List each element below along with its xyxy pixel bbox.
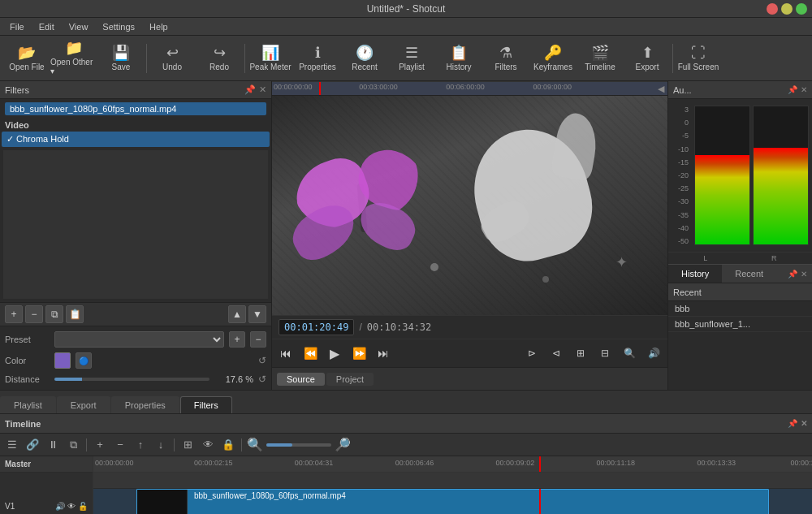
recent-item-2[interactable]: bbb_sunflower_1... bbox=[668, 317, 812, 332]
history-tab[interactable]: History bbox=[668, 265, 722, 283]
source-tab[interactable]: Source bbox=[277, 373, 325, 386]
preview-progress-bar[interactable]: 00:00:00:00 00:03:00:00 00:06:00:00 00:0… bbox=[272, 82, 667, 95]
audio-wave-icon[interactable]: 🔊 bbox=[55, 502, 65, 511]
playlist-button[interactable]: ☰ Playlist bbox=[388, 37, 435, 80]
timeline-pin-icon[interactable]: 📌 bbox=[788, 419, 797, 428]
tl-ripple-button[interactable]: ⏸ bbox=[44, 436, 62, 454]
preset-remove-button[interactable]: − bbox=[250, 331, 266, 348]
tab-properties[interactable]: Properties bbox=[111, 396, 179, 413]
add-filter-button[interactable]: + bbox=[5, 305, 23, 323]
menu-help[interactable]: Help bbox=[143, 20, 175, 33]
tl-lift-button[interactable]: ↑ bbox=[132, 436, 149, 454]
recent-button[interactable]: 🕐 Recent bbox=[341, 37, 388, 80]
tl-menu-button[interactable]: ☰ bbox=[3, 436, 21, 454]
tab-playlist[interactable]: Playlist bbox=[0, 396, 56, 413]
scale-25: -25 bbox=[672, 184, 689, 192]
audio-close-icon[interactable]: ✕ bbox=[801, 85, 807, 94]
filters-button[interactable]: ⚗ Filters bbox=[482, 37, 529, 80]
distance-reset-button[interactable]: ↺ bbox=[258, 374, 266, 385]
remove-filter-button[interactable]: − bbox=[25, 305, 43, 323]
zoom-button[interactable]: 🔍 bbox=[619, 343, 640, 364]
tl-select-button[interactable]: ⊞ bbox=[179, 436, 197, 454]
in-point-button[interactable]: ⊳ bbox=[521, 343, 542, 364]
paste-filter-button[interactable]: 📋 bbox=[66, 305, 84, 323]
tab-filters[interactable]: Filters bbox=[180, 396, 232, 413]
play-button[interactable]: ▶ bbox=[324, 343, 345, 364]
project-tab[interactable]: Project bbox=[326, 373, 374, 386]
color-swatch[interactable] bbox=[54, 352, 71, 369]
chroma-hold-filter[interactable]: ✓ Chroma Hold bbox=[2, 132, 270, 147]
save-button[interactable]: 💾 Save bbox=[97, 37, 145, 80]
tl-lock-button[interactable]: 🔒 bbox=[219, 436, 237, 454]
color-reset-button[interactable]: ↺ bbox=[258, 355, 266, 366]
v1-track-row[interactable]: bbb_sunflower_1080p_60fps_normal.mp4 bbox=[93, 489, 812, 514]
zoom-slider[interactable] bbox=[266, 443, 331, 447]
filters-close-icon[interactable]: ✕ bbox=[259, 84, 266, 95]
open-file-button[interactable]: 📂 Open File bbox=[3, 37, 50, 80]
eye-icon[interactable]: 👁 bbox=[67, 502, 76, 511]
menu-view[interactable]: View bbox=[63, 20, 95, 33]
properties-button[interactable]: ℹ Properties bbox=[294, 37, 341, 80]
rewind-button[interactable]: ⏪ bbox=[300, 343, 321, 364]
move-down-button[interactable]: ▼ bbox=[248, 305, 266, 323]
tl-overwrite-button[interactable]: ↓ bbox=[152, 436, 170, 454]
goto-start-button[interactable]: ⏮ bbox=[275, 343, 296, 364]
tl-scrub-button[interactable]: 👁 bbox=[199, 436, 217, 454]
close-button[interactable] bbox=[767, 3, 778, 15]
menu-settings[interactable]: Settings bbox=[96, 20, 141, 33]
history-button[interactable]: 📋 History bbox=[435, 37, 482, 80]
export-label: Export bbox=[636, 63, 659, 71]
grid-button[interactable]: ⊟ bbox=[594, 343, 615, 364]
video-clip[interactable]: bbb_sunflower_1080p_60fps_normal.mp4 bbox=[136, 489, 769, 514]
tl-copy-button[interactable]: ⧉ bbox=[64, 436, 82, 454]
tl-add-button[interactable]: + bbox=[91, 436, 109, 454]
minimize-button[interactable] bbox=[781, 3, 793, 15]
audio-pin-icon[interactable]: 📌 bbox=[788, 85, 797, 94]
lock-icon[interactable]: 🔓 bbox=[78, 502, 88, 511]
keyframes-button[interactable]: 🔑 Keyframes bbox=[529, 37, 577, 80]
undo-button[interactable]: ↩ Undo bbox=[149, 37, 196, 80]
maximize-button[interactable] bbox=[796, 3, 807, 15]
fast-forward-button[interactable]: ⏩ bbox=[348, 343, 369, 364]
out-point-button[interactable]: ⊲ bbox=[546, 343, 567, 364]
goto-end-button[interactable]: ⏭ bbox=[373, 343, 394, 364]
open-file-icon: 📂 bbox=[18, 45, 36, 60]
playlist-label: Playlist bbox=[399, 63, 425, 71]
volume-button[interactable]: 🔊 bbox=[643, 343, 664, 364]
audio-meter-area: Au... 📌 ✕ 3 0 -5 -10 -15 -20 -25 -30 -35 bbox=[668, 81, 812, 264]
menu-file[interactable]: File bbox=[3, 20, 31, 33]
distance-slider[interactable] bbox=[54, 378, 209, 381]
redo-button[interactable]: ↪ Redo bbox=[196, 37, 243, 80]
meter-fill-right bbox=[754, 148, 808, 244]
copy-filter-button[interactable]: ⧉ bbox=[45, 305, 63, 323]
full-screen-button[interactable]: ⛶ Full Screen bbox=[675, 37, 722, 80]
preset-add-button[interactable]: + bbox=[229, 331, 245, 348]
preview-timeline-row[interactable]: 00:00:00:00 00:03:00:00 00:06:00:00 00:0… bbox=[272, 81, 667, 96]
tl-zoom-out-button[interactable]: 🔍 bbox=[246, 436, 264, 454]
move-up-button[interactable]: ▲ bbox=[228, 305, 246, 323]
recent-tab[interactable]: Recent bbox=[722, 265, 776, 283]
timecode-separator: / bbox=[359, 322, 361, 333]
export-button[interactable]: ⬆ Export bbox=[624, 37, 671, 80]
filters-pin-icon[interactable]: 📌 bbox=[244, 84, 256, 95]
tl-snap-button[interactable]: 🔗 bbox=[24, 436, 41, 454]
eyedropper-button[interactable]: 🔵 bbox=[76, 352, 92, 369]
timeline-ruler[interactable]: 00:00:00:00 00:00:02:15 00:00:04:31 00:0… bbox=[93, 456, 812, 473]
preset-select[interactable] bbox=[54, 331, 224, 348]
peak-meter-button[interactable]: 📊 Peak Meter bbox=[247, 37, 294, 80]
menu-edit[interactable]: Edit bbox=[32, 20, 61, 33]
timecode-display[interactable]: 00:01:20:49 bbox=[279, 319, 354, 335]
scale-20: -20 bbox=[672, 171, 689, 179]
window-controls[interactable] bbox=[767, 3, 807, 15]
recent-pin-icon[interactable]: 📌 bbox=[788, 270, 797, 279]
open-other-button[interactable]: 📁 Open Other ▾ bbox=[50, 37, 97, 80]
tl-remove-button[interactable]: − bbox=[111, 436, 129, 454]
timeline-close-icon[interactable]: ✕ bbox=[801, 419, 807, 428]
recent-close-icon[interactable]: ✕ bbox=[801, 270, 807, 279]
recent-item-1[interactable]: bbb bbox=[668, 301, 812, 317]
export-icon: ⬆ bbox=[641, 45, 654, 60]
tl-zoom-in-button[interactable]: 🔎 bbox=[334, 436, 352, 454]
loop-button[interactable]: ⊞ bbox=[570, 343, 591, 364]
timeline-toolbar-button[interactable]: 🎬 Timeline bbox=[577, 37, 624, 80]
tab-export[interactable]: Export bbox=[57, 396, 110, 413]
